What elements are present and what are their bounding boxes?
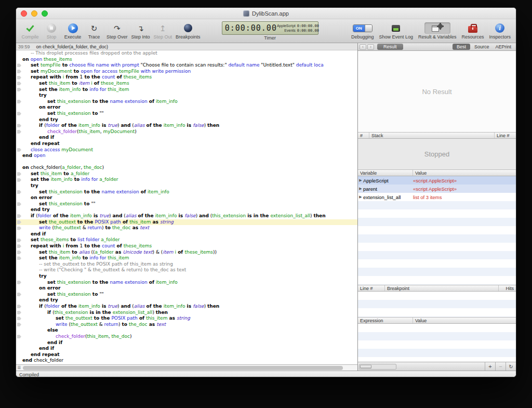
code-line[interactable]: -- This droplet processes files dropped … <box>16 50 357 57</box>
breakpoint-gutter-marker[interactable] <box>16 244 22 248</box>
minimize-button[interactable] <box>31 10 37 17</box>
code-line[interactable]: set this_extension to "" <box>16 111 357 117</box>
add-expression-button[interactable]: + <box>485 362 495 371</box>
code-line[interactable]: set the_outtext to the POSIX path of thi… <box>16 315 357 322</box>
breakpoint-gutter-marker[interactable] <box>16 305 22 308</box>
code-line[interactable]: -- set the_outtext to the POSIX path of … <box>16 261 357 268</box>
disclosure-triangle-icon[interactable]: ▶ <box>358 178 363 182</box>
code-line[interactable]: set this_extension to "" <box>16 292 357 298</box>
code-line[interactable]: set the item_info to info for this_item <box>16 255 357 261</box>
code-line[interactable]: if (this_extension is in the extension_l… <box>16 310 357 316</box>
code-line[interactable]: set the item_info to info for this_item <box>16 87 357 93</box>
code-line[interactable]: end try <box>16 297 357 304</box>
code-line[interactable]: set this_extension to the name extension… <box>16 189 357 195</box>
step-out-button[interactable]: ↥ Step Out <box>154 22 172 40</box>
back-button[interactable]: ‹ <box>360 44 366 50</box>
code-line[interactable]: end if <box>16 346 357 352</box>
mode-aeprint[interactable]: AEPrint <box>493 44 513 50</box>
code-line[interactable]: end try <box>16 207 357 213</box>
variable-row-parent[interactable]: ▶ parent «script AppleScript» <box>358 185 516 193</box>
disclosure-triangle-icon[interactable]: ▶ <box>358 187 363 191</box>
breakpoint-gutter-marker[interactable] <box>16 239 22 242</box>
breakpoints-button[interactable]: Breakpoints <box>176 22 201 40</box>
code-line[interactable]: if (folder of the item_info is true) and… <box>16 304 357 310</box>
code-line[interactable]: set this_extension to "" <box>16 201 357 207</box>
zoom-button[interactable] <box>42 10 48 17</box>
breakpoint-gutter-marker[interactable] <box>16 148 22 152</box>
variable-row-applescript[interactable]: ▶ AppleScript «script AppleScript» <box>358 176 516 185</box>
breakpoint-gutter-marker[interactable] <box>16 112 22 115</box>
code-line[interactable]: end open <box>16 153 357 159</box>
close-button[interactable] <box>21 10 27 17</box>
expressions-hscrollbar[interactable] <box>359 364 396 370</box>
hscroll-thumb[interactable] <box>23 366 343 370</box>
code-line[interactable]: close access myDocument <box>16 147 357 153</box>
code-line[interactable]: try <box>16 93 357 99</box>
refresh-button[interactable]: ↻ <box>506 362 516 371</box>
variable-row-extension-list[interactable]: ▶ extension_list_all list of 3 items <box>358 193 516 201</box>
remove-expression-button[interactable]: − <box>495 362 506 371</box>
breakpoint-gutter-marker[interactable] <box>16 227 22 230</box>
step-over-button[interactable]: ↷ Step Over <box>107 22 128 40</box>
breakpoint-gutter-marker[interactable] <box>16 100 22 103</box>
code-line[interactable]: end if <box>16 231 357 238</box>
code-line[interactable]: set this_item to a_folder <box>16 171 357 177</box>
forward-button[interactable]: › <box>367 44 374 50</box>
code-line[interactable]: on check_folder(a_folder, the_doc) <box>16 165 357 171</box>
result-variables-button[interactable]: Result & Variables <box>418 22 456 40</box>
compile-button[interactable]: Compile <box>21 22 39 40</box>
hscroll-track[interactable] <box>23 365 356 370</box>
code-line[interactable]: end try <box>16 117 357 123</box>
code-line[interactable]: write (the_outtext & return) to the_doc … <box>16 322 357 328</box>
show-event-log-button[interactable]: Show Event Log <box>379 22 414 40</box>
breakpoint-gutter-marker[interactable] <box>16 281 22 284</box>
code-line[interactable]: end check_folder <box>16 358 357 364</box>
stop-button[interactable]: Stop <box>43 22 60 40</box>
code-line[interactable]: set these_items to list folder a_folder <box>16 237 357 243</box>
disclosure-triangle-icon[interactable]: ▶ <box>358 195 363 199</box>
breakpoint-gutter-marker[interactable] <box>16 124 22 127</box>
breakpoint-gutter-marker[interactable] <box>16 220 22 224</box>
code-line[interactable]: repeat with i from 1 to the count of the… <box>16 74 357 81</box>
code-line[interactable] <box>16 159 357 165</box>
breakpoint-gutter-marker[interactable] <box>16 76 22 80</box>
code-line[interactable]: repeat with i from 1 to the count of the… <box>16 243 357 249</box>
code-line[interactable]: set this_extension to the name extension… <box>16 280 357 286</box>
step-into-button[interactable]: ↴ Step Into <box>131 22 150 40</box>
code-line[interactable]: try <box>16 273 357 280</box>
code-line[interactable]: end if <box>16 135 357 141</box>
code-line[interactable]: if (folder of the item_info is true) and… <box>16 213 357 219</box>
code-line[interactable]: set the_outtext to the POSIX path of thi… <box>16 219 357 226</box>
breakpoint-gutter-marker[interactable] <box>16 256 22 260</box>
code-line[interactable]: set tempFile to choose file name with pr… <box>16 62 357 69</box>
inspectors-button[interactable]: i Inspectors <box>489 22 511 40</box>
breakpoint-gutter-marker[interactable] <box>16 293 22 296</box>
debugging-toggle[interactable]: ON Debugging <box>351 22 374 40</box>
breakpoint-gutter-marker[interactable] <box>16 335 22 338</box>
code-line[interactable]: end if <box>16 340 357 346</box>
resources-button[interactable]: Resources <box>461 22 484 40</box>
code-line[interactable]: set the item_info to info for a_folder <box>16 177 357 183</box>
editor-horizontal-scrollbar[interactable]: ≣ <box>16 364 357 371</box>
code-area[interactable]: -- This droplet processes files dropped … <box>16 50 357 364</box>
breakpoint-gutter-marker[interactable] <box>16 323 22 326</box>
breakpoint-gutter-marker[interactable] <box>16 88 22 91</box>
breakpoint-gutter-marker[interactable] <box>16 214 22 218</box>
code-line[interactable]: set this_item to item i of these_items <box>16 81 357 87</box>
code-line[interactable]: on open these_items <box>16 57 357 63</box>
code-line[interactable]: set this_extension to the name extension… <box>16 99 357 105</box>
code-line[interactable]: end repeat <box>16 352 357 358</box>
mode-source[interactable]: Source <box>472 44 491 50</box>
code-line[interactable]: end repeat <box>16 141 357 147</box>
execute-button[interactable]: Execute <box>64 22 82 40</box>
trace-button[interactable]: ↻ Trace <box>85 22 103 40</box>
breakpoint-gutter-marker[interactable] <box>16 317 22 320</box>
breakpoint-gutter-marker[interactable] <box>16 311 22 314</box>
code-line[interactable]: on error <box>16 195 357 201</box>
breakpoint-gutter-marker[interactable] <box>16 190 22 194</box>
breakpoint-gutter-marker[interactable] <box>16 130 22 134</box>
result-tab[interactable]: Result <box>377 44 403 50</box>
breakpoint-gutter-marker[interactable] <box>16 251 22 254</box>
breakpoint-gutter-marker[interactable] <box>16 63 22 67</box>
code-line[interactable]: set this_item to alias ((a_folder as Uni… <box>16 249 357 256</box>
